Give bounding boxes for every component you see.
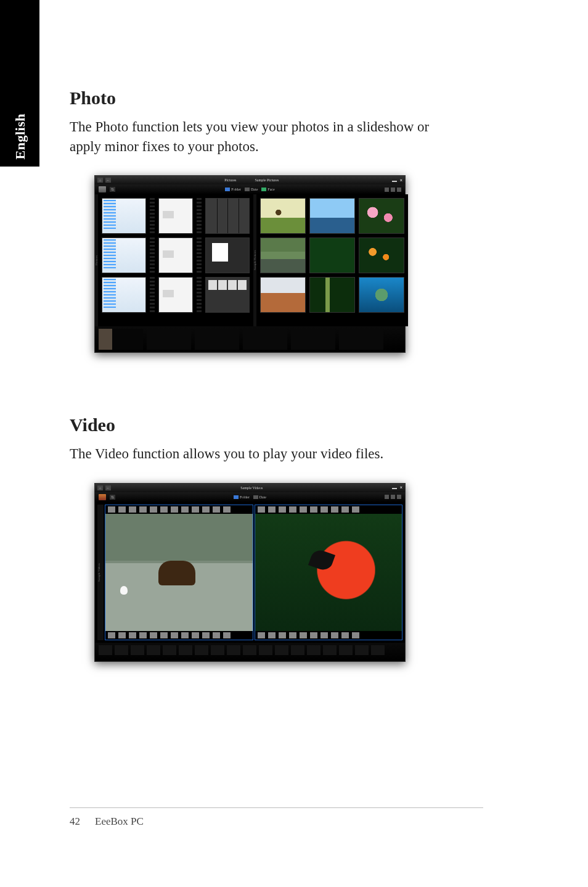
folder-button[interactable]: Folder: [234, 495, 250, 499]
thumb-landscape-tree[interactable]: [260, 198, 306, 234]
thumb-mountain[interactable]: [309, 198, 355, 234]
thumb-sea-turtle[interactable]: [359, 277, 404, 313]
spiral-divider: [197, 237, 202, 273]
back-icon[interactable]: ←: [105, 485, 111, 490]
thumb-monument-valley[interactable]: [260, 277, 306, 313]
thumb-dimmed[interactable]: [323, 645, 337, 655]
thumb-dimmed[interactable]: [179, 645, 192, 655]
photo-row: [260, 237, 404, 273]
photo-bottom-strip: [95, 326, 405, 352]
thumb-dimmed[interactable]: [211, 645, 224, 655]
date-label: Date: [259, 495, 266, 499]
thumb-dimmed[interactable]: [339, 645, 353, 655]
view-small-icon[interactable]: [385, 188, 389, 192]
video-app-screenshot: ⌂ ← Sample Videos × ⇅ Folder: [94, 483, 406, 662]
thumb-dimmed[interactable]: [115, 645, 128, 655]
spiral-divider: [197, 277, 202, 313]
minimize-icon[interactable]: [392, 181, 397, 182]
titlebar-label-videos: Sample Videos: [240, 486, 263, 490]
thumb-explorer[interactable]: [102, 237, 146, 273]
app-titlebar: ⌂ ← Sample Videos ×: [95, 484, 405, 492]
app-logo-icon: [99, 186, 106, 192]
thumb-folder-view[interactable]: [158, 198, 193, 234]
view-mode-buttons[interactable]: [385, 495, 401, 499]
page-number: 42: [70, 815, 80, 828]
folder-label: Folder: [231, 188, 241, 191]
thumb-dimmed[interactable]: [227, 645, 240, 655]
language-tab: English: [0, 0, 39, 167]
home-icon[interactable]: ⌂: [97, 485, 103, 490]
thumb-face-dimmed[interactable]: [99, 329, 143, 350]
thumb-forest-path[interactable]: [309, 277, 355, 313]
thumb-windows[interactable]: [205, 277, 250, 313]
thumb-dimmed[interactable]: [307, 645, 321, 655]
face-button[interactable]: Face: [261, 188, 274, 191]
thumb-panels[interactable]: [205, 198, 250, 234]
thumb-dimmed[interactable]: [243, 645, 256, 655]
folder-label: Folder: [240, 495, 250, 499]
date-button[interactable]: Date: [253, 495, 266, 499]
video-thumb-bear[interactable]: [105, 505, 253, 640]
thumb-dimmed[interactable]: [163, 645, 176, 655]
folder-icon: [234, 495, 239, 499]
thumb-explorer[interactable]: [102, 277, 146, 313]
product-name: EeeBox PC: [95, 815, 144, 828]
folder-button[interactable]: Folder: [225, 188, 241, 191]
thumb-dimmed[interactable]: [195, 645, 208, 655]
close-icon[interactable]: ×: [399, 485, 402, 490]
thumb-dimmed[interactable]: [339, 329, 383, 350]
thumb-dimmed[interactable]: [99, 645, 112, 655]
photo-row: [102, 237, 250, 273]
date-label: Date: [251, 188, 258, 191]
thumb-river[interactable]: [260, 237, 306, 273]
side-label-sample: Sample Pictures: [253, 194, 256, 326]
video-bottom-strip: [95, 643, 405, 661]
thumb-dimmed[interactable]: [195, 329, 239, 350]
thumb-pink-flowers[interactable]: [359, 198, 404, 234]
thumb-dimmed[interactable]: [243, 329, 287, 350]
thumb-dimmed[interactable]: [291, 645, 304, 655]
close-icon[interactable]: ×: [399, 178, 402, 183]
photo-section-title: Photo: [70, 88, 483, 109]
document-page: English Photo The Photo function lets yo…: [0, 0, 588, 887]
sort-icon[interactable]: ⇅: [110, 495, 115, 500]
thumb-dimmed[interactable]: [275, 645, 288, 655]
film-sprockets-top: [255, 505, 402, 514]
page-footer: 42 EeeBox PC: [70, 815, 144, 828]
thumb-dimmed[interactable]: [291, 329, 335, 350]
thumb-dimmed[interactable]: [147, 645, 160, 655]
minimize-icon[interactable]: [392, 488, 397, 489]
thumb-document[interactable]: [205, 237, 250, 273]
titlebar-label-sample: Sample Pictures: [255, 178, 279, 182]
thumb-dimmed[interactable]: [355, 645, 369, 655]
spiral-divider: [197, 198, 202, 234]
video-section-title: Video: [70, 415, 483, 435]
thumb-folder-view[interactable]: [158, 277, 193, 313]
view-large-icon[interactable]: [397, 495, 401, 499]
thumb-jungle[interactable]: [309, 237, 355, 273]
thumb-dimmed[interactable]: [147, 329, 191, 350]
thumb-dimmed[interactable]: [259, 645, 272, 655]
thumb-folder-view[interactable]: [158, 237, 193, 273]
view-mode-buttons[interactable]: [385, 188, 401, 192]
sample-photo-grid: [256, 194, 408, 326]
video-thumb-butterfly[interactable]: [255, 505, 403, 640]
view-medium-icon[interactable]: [391, 495, 395, 499]
film-sprockets-bottom: [255, 631, 402, 640]
thumb-explorer[interactable]: [102, 198, 146, 234]
date-button[interactable]: Date: [245, 188, 258, 191]
thumb-dimmed[interactable]: [371, 645, 385, 655]
video-frame-butterfly: [255, 514, 402, 631]
back-icon[interactable]: ←: [105, 178, 111, 183]
view-small-icon[interactable]: [385, 495, 389, 499]
thumb-dimmed[interactable]: [131, 645, 144, 655]
sort-icon[interactable]: ⇅: [110, 187, 115, 192]
face-icon: [261, 188, 266, 191]
view-large-icon[interactable]: [397, 188, 401, 192]
home-icon[interactable]: ⌂: [97, 178, 103, 183]
view-medium-icon[interactable]: [391, 188, 395, 192]
photo-row: [102, 277, 250, 313]
folder-icon: [225, 188, 230, 191]
thumb-orange-flowers[interactable]: [359, 237, 404, 273]
video-main-area: Sample Videos: [95, 502, 405, 643]
